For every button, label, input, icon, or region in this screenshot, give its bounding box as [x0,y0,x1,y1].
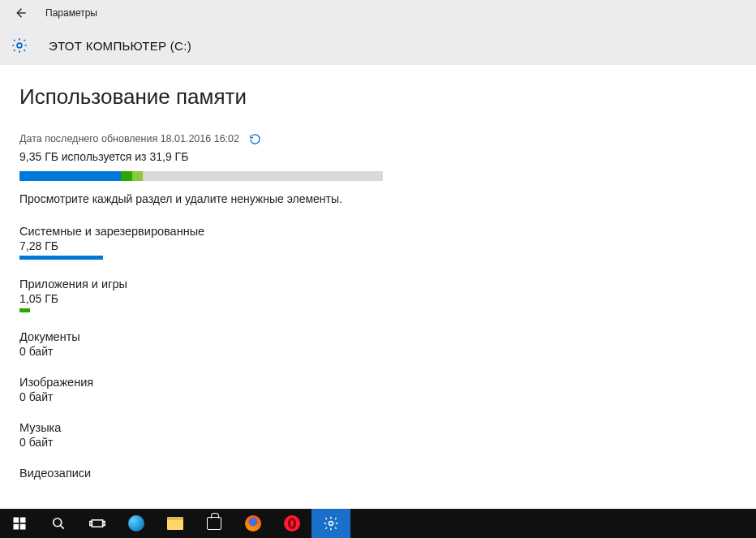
svg-rect-8 [103,522,105,526]
firefox-icon [245,515,261,532]
category-name: Изображения [19,376,383,389]
hint-text: Просмотрите каждый раздел и удалите нену… [19,192,737,205]
opera-button[interactable] [273,509,311,538]
category-bar-fill [19,256,103,260]
storage-category[interactable]: Приложения и игры1,05 ГБ [19,278,383,312]
svg-rect-6 [92,520,102,527]
app-name: Параметры [45,7,97,19]
category-size: 0 байт [19,436,383,449]
bar-segment-apps [121,171,131,181]
opera-icon [284,515,300,532]
last-update-text: Дата последнего обновления 18.01.2016 16… [19,133,239,144]
storage-category[interactable]: Музыка0 байт [19,421,383,449]
settings-header: Параметры ЭТОТ КОМПЬЮТЕР (C:) [0,0,756,65]
svg-rect-4 [20,524,26,530]
store-button[interactable] [195,509,234,538]
store-icon [207,517,221,530]
edge-button[interactable] [117,509,156,538]
header-top: Параметры [0,0,756,26]
drive-title: ЭТОТ КОМПЬЮТЕР (C:) [49,39,191,53]
total-usage-bar [19,171,383,181]
gear-icon [323,515,339,532]
firefox-button[interactable] [234,509,273,538]
bar-segment-system [19,171,121,181]
settings-taskbar-button[interactable] [311,509,350,538]
category-name: Системные и зарезервированные [19,225,383,238]
category-name: Музыка [19,421,383,434]
svg-rect-2 [20,518,26,523]
storage-category[interactable]: Изображения0 байт [19,376,383,403]
storage-category[interactable]: Документы0 байт [19,330,383,358]
svg-rect-3 [14,524,19,530]
category-bar [19,256,383,260]
svg-rect-7 [90,522,92,526]
svg-point-0 [17,43,22,48]
category-name: Приложения и игры [19,278,383,291]
taskview-button[interactable] [78,509,117,538]
category-size: 0 байт [19,390,383,403]
category-bar-fill [19,308,30,312]
explorer-button[interactable] [156,509,195,538]
back-button[interactable] [11,4,29,22]
taskbar [0,509,756,538]
svg-rect-1 [14,518,19,523]
header-main: ЭТОТ КОМПЬЮТЕР (C:) [0,26,756,65]
page-title: Использование памяти [19,84,737,110]
start-button[interactable] [0,509,39,538]
category-bar [19,308,383,312]
content: Использование памяти Дата последнего обн… [0,65,756,480]
gear-icon [10,36,29,55]
usage-summary: 9,35 ГБ используется из 31,9 ГБ [19,150,737,163]
category-name: Видеозаписи [19,467,383,480]
bar-segment-other [132,171,143,181]
last-update-row: Дата последнего обновления 18.01.2016 16… [19,132,737,145]
category-size: 7,28 ГБ [19,239,383,252]
svg-point-9 [329,522,333,526]
category-name: Документы [19,330,383,343]
svg-point-5 [54,519,62,527]
storage-category[interactable]: Системные и зарезервированные7,28 ГБ [19,225,383,260]
category-size: 0 байт [19,345,383,358]
edge-icon [128,515,144,532]
refresh-icon[interactable] [249,132,262,145]
search-button[interactable] [39,509,78,538]
storage-category[interactable]: Видеозаписи [19,467,383,480]
category-size: 1,05 ГБ [19,292,383,305]
folder-icon [167,517,183,530]
